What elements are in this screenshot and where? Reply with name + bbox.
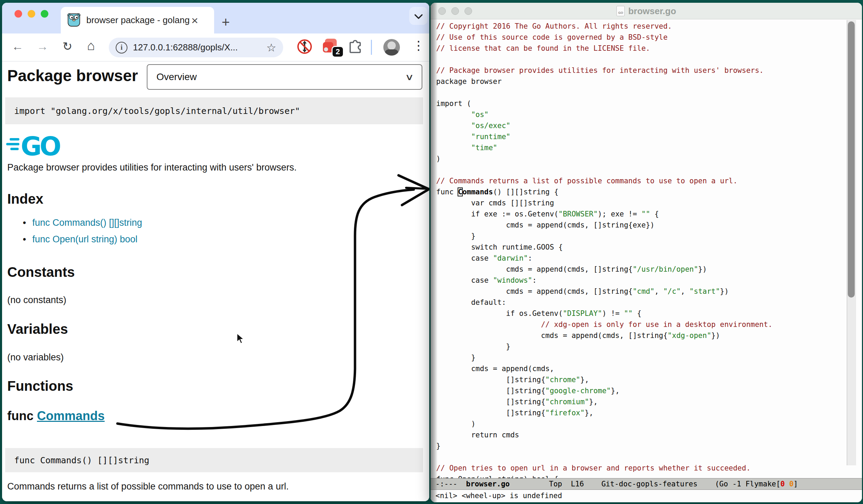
emacs-title-group: GO browser.go <box>431 3 862 19</box>
import-statement: import "golang.org/x/tools/gopls/interna… <box>5 106 300 116</box>
overview-select[interactable]: Overview ∨ <box>147 64 422 90</box>
extension-badge: 2 <box>332 46 344 58</box>
code-line: "time" <box>436 142 773 153</box>
emacs-window-title: browser.go <box>628 6 676 17</box>
code-line: []string{"google-chrome"}, <box>436 385 773 396</box>
code-line: // Open tries to open url in a browser a… <box>436 463 773 474</box>
code-line: "os" <box>436 109 773 120</box>
code-line <box>436 87 773 98</box>
code-line: // Copyright 2016 The Go Authors. All ri… <box>436 21 773 32</box>
func-keyword: func <box>7 409 37 423</box>
toolbar-divider <box>371 40 372 55</box>
code-line: } <box>436 352 773 363</box>
func-signature: func Commands() [][]string <box>5 455 149 465</box>
close-window-button[interactable] <box>15 10 22 18</box>
fullscreen-window-button[interactable] <box>41 10 48 18</box>
functions-heading: Functions <box>7 378 73 394</box>
home-icon[interactable]: ⌂ <box>87 39 95 52</box>
code-text: // Copyright 2016 The Go Authors. All ri… <box>436 21 773 478</box>
commands-link[interactable]: Commands <box>37 409 105 423</box>
code-line: package browser <box>436 76 773 87</box>
index-link[interactable]: func Open(url string) bool <box>32 234 137 245</box>
index-link-list: func Commands() [][]stringfunc Open(url … <box>23 217 142 251</box>
editor-scrollbar-thumb[interactable] <box>848 21 855 298</box>
code-line: cmds = append(cmds, []string{"xdg-open"}… <box>436 330 773 341</box>
code-editor-buffer[interactable]: // Copyright 2016 The Go Authors. All ri… <box>431 19 862 478</box>
emacs-titlebar[interactable]: GO browser.go <box>431 3 862 19</box>
code-line: case "darwin": <box>436 253 773 264</box>
svg-text:GO: GO <box>21 132 60 160</box>
code-line: cmds = append(cmds, <box>436 363 773 374</box>
code-line: } <box>436 341 773 352</box>
index-heading: Index <box>7 191 43 207</box>
code-line: func Open(url string) bool { <box>436 474 773 478</box>
tab-close-icon[interactable]: × <box>191 14 198 26</box>
url-text[interactable]: 127.0.0.1:62888/gopls/X... <box>133 42 263 53</box>
avatar-shoulders <box>385 49 399 56</box>
desktop: { "browser": { "tab": { "title": "browse… <box>0 0 863 504</box>
index-list-item: func Commands() [][]string <box>23 217 142 228</box>
code-line: // Use of this source code is governed b… <box>436 32 773 43</box>
web-page: Package browser Overview ∨ import "golan… <box>2 61 429 501</box>
code-line: // license that can be found in the LICE… <box>436 43 773 54</box>
select-value: Overview <box>156 71 406 83</box>
text-cursor: C <box>458 188 462 196</box>
page-title: Package browser <box>7 66 138 85</box>
code-line: // Package browser provides utilities fo… <box>436 65 773 76</box>
chevron-down-icon <box>414 10 423 22</box>
emacs-window: GO browser.go // Copyright 2016 The Go A… <box>431 3 862 502</box>
forward-icon[interactable]: → <box>37 40 48 52</box>
package-description: Package browser provides utilities for i… <box>7 162 297 173</box>
code-line: } <box>436 231 773 242</box>
code-line: cmds = append(cmds, []string{"cmd", "/c"… <box>436 286 773 297</box>
code-line: // Commands returns a list of possible c… <box>436 175 773 186</box>
back-icon[interactable]: ← <box>12 40 23 52</box>
code-line: if os.Getenv("DISPLAY") != "" { <box>436 308 773 319</box>
extension-noscroll-icon[interactable] <box>296 38 313 55</box>
variables-heading: Variables <box>7 321 68 337</box>
code-line <box>436 452 773 463</box>
mouse-cursor <box>236 333 246 346</box>
code-line: var cmds [][]string <box>436 197 773 209</box>
emacs-modeline: -:--- browser.go Top L16 Git-doc-gopls-f… <box>431 478 862 490</box>
tab-search-chevron-button[interactable] <box>409 7 428 25</box>
code-line: cmds = append(cmds, []string{exe}) <box>436 220 773 231</box>
new-tab-button[interactable]: + <box>222 15 230 29</box>
site-info-icon[interactable]: i <box>116 42 127 54</box>
code-line: default: <box>436 297 773 308</box>
index-link[interactable]: func Commands() [][]string <box>32 217 142 228</box>
extensions-puzzle-icon[interactable] <box>347 39 363 56</box>
code-line: import ( <box>436 98 773 109</box>
code-line: ) <box>436 153 773 164</box>
reload-icon[interactable]: ↻ <box>63 40 73 52</box>
bookmark-star-icon[interactable]: ☆ <box>266 41 276 54</box>
browser-window: browser package - golang.org × + ← → ↻ ⌂… <box>2 3 429 501</box>
browser-menu-kebab-icon[interactable]: ⋮ <box>412 38 425 53</box>
minimize-window-button[interactable] <box>28 10 35 18</box>
constants-empty-text: (no constants) <box>7 295 66 306</box>
avatar-face <box>387 41 396 50</box>
code-line: func Commands() [][]string { <box>436 186 773 197</box>
code-line: []string{"chrome"}, <box>436 374 773 385</box>
tab-favicon-gopher-icon <box>67 12 81 28</box>
code-line: } <box>436 440 773 452</box>
code-line: []string{"chromium"}, <box>436 396 773 407</box>
profile-avatar[interactable] <box>383 39 400 56</box>
chevron-down-icon: ∨ <box>405 72 414 83</box>
address-bar[interactable]: i 127.0.0.1:62888/gopls/X... ☆ <box>109 38 283 57</box>
code-line: cmds = append(cmds, []string{"/usr/bin/o… <box>436 264 773 275</box>
func-signature-box: func Commands() [][]string <box>5 448 423 472</box>
browser-tab[interactable]: browser package - golang.org × <box>61 7 214 33</box>
code-line: "runtime" <box>436 131 773 142</box>
emacs-echo-area: <nil> <wheel-up> is undefined <box>431 490 862 502</box>
variables-empty-text: (no variables) <box>7 352 64 363</box>
code-line: "os/exec" <box>436 120 773 131</box>
tab-strip: browser package - golang.org × + <box>2 3 429 33</box>
editor-scrollbar-track[interactable] <box>847 20 856 465</box>
constants-heading: Constants <box>7 264 75 280</box>
code-line: if exe := os.Getenv("BROWSER"); exe != "… <box>436 209 773 220</box>
go-logo: GO <box>6 128 65 162</box>
code-line: // xdg-open is only for use in a desktop… <box>436 319 773 330</box>
tab-title: browser package - golang.org <box>86 15 190 26</box>
code-line <box>436 164 773 175</box>
